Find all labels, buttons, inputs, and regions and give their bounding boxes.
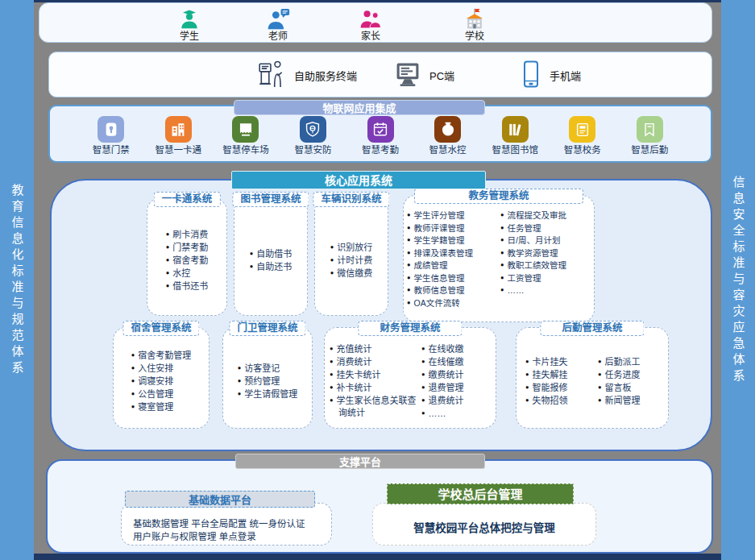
system-column: 宿舍考勤管理入住安排调寝安排公告管理寝室管理 xyxy=(131,349,192,413)
system-box-logistics: 后勤管理系统 卡片挂失挂失解挂智能报修失物招领后勤派工任务进度留言板新闻管理 xyxy=(516,327,669,429)
iot-panel: 物联网应用集成 智慧门禁智慧一卡通智慧停车场智慧安防智慧考勤智慧水控智慧图书馆智… xyxy=(48,105,712,163)
user-label: 家长 xyxy=(346,31,395,42)
system-box-dormitory: 宿舍管理系统 宿舍考勤管理入住安排调寝安排公告管理寝室管理 xyxy=(113,327,209,429)
list-item: 公告管理 xyxy=(131,388,192,400)
core-systems-panel: 核心应用系统 一卡通系统 刷卡消费门禁考勤宿舍考勤水控借书还书 图书管理系统 自… xyxy=(50,179,712,451)
parking-icon xyxy=(232,116,259,143)
list-item: 流程提交及审批 xyxy=(500,209,591,222)
list-item: 排课及课表管理 xyxy=(407,247,497,259)
system-box-library: 图书管理系统 自助借书自助还书 xyxy=(234,198,308,316)
support-platform-panel: 支撑平台 基础数据平台 基础数据管理 平台全局配置 统一身份认证 用户账户与权限… xyxy=(46,459,713,554)
system-column: 识别放行计时计费微信缴费 xyxy=(330,241,373,280)
iot-item: 智慧停车场 xyxy=(212,116,280,156)
terminal-item: PC端 xyxy=(394,52,454,98)
list-item: 宿舍考勤 xyxy=(166,254,209,267)
terminal-item: 自助服务终端 xyxy=(257,52,357,98)
school-admin-banner: 学校总后台管理 xyxy=(387,483,574,504)
school-icon xyxy=(450,6,499,31)
list-item: 补卡统计 xyxy=(330,381,418,394)
list-item: 教师信息管理 xyxy=(407,284,497,297)
system-item-list: 访客登记预约管理学生请假管理 xyxy=(238,362,298,400)
system-item-list: 在线收缴在线催缴缴费统计退费管理退费统计…… xyxy=(421,342,491,420)
iot-item: 智慧校务 xyxy=(549,116,616,156)
kiosk-icon xyxy=(257,57,286,94)
list-item: 借书还书 xyxy=(166,280,209,292)
terminal-label: PC端 xyxy=(429,68,454,83)
list-item: 教职工绩效管理 xyxy=(500,259,591,272)
list-item: 新闻管理 xyxy=(598,394,659,407)
system-column: 卡片挂失挂失解挂智能报修失物招领 xyxy=(525,355,587,407)
system-column: 自助借书自助还书 xyxy=(250,247,292,273)
system-title: 图书管理系统 xyxy=(232,192,309,207)
list-item: 失物招领 xyxy=(525,394,587,407)
list-item: 成绩管理 xyxy=(407,259,497,272)
users-panel: 学生老师家长学校 xyxy=(39,2,712,43)
system-box-academic: 教务管理系统 学生评分管理教师评课管理学生学籍管理排课及课表管理成绩管理学生信息… xyxy=(403,195,595,322)
bottom-divider xyxy=(34,554,721,560)
list-item: 访客登记 xyxy=(238,362,298,375)
terminal-label: 手机端 xyxy=(550,68,581,83)
system-column: 访客登记预约管理学生请假管理 xyxy=(238,362,298,400)
system-item-list: 学生评分管理教师评课管理学生学籍管理排课及课表管理成绩管理学生信息管理教师信息管… xyxy=(407,209,497,309)
base-platform-line: 基础数据管理 平台全局配置 统一身份认证 xyxy=(133,517,331,530)
top-divider xyxy=(34,0,721,2)
terminal-label: 自助服务终端 xyxy=(294,68,357,83)
smart-campus-architecture-diagram: 教育信息化标准与规范体系 信息安全标准与容灾应急体系 学生老师家长学校 自助服务… xyxy=(0,0,755,560)
system-title: 宿舍管理系统 xyxy=(122,321,199,336)
terminals-panel: 自助服务终端PC端手机端 xyxy=(48,52,712,97)
base-platform-line: 用户账户与权限管理 单点登录 xyxy=(133,530,331,543)
list-item: 教师评课管理 xyxy=(407,222,497,234)
system-column: 刷卡消费门禁考勤宿舍考勤水控借书还书 xyxy=(166,228,209,292)
school-admin-box: 智慧校园平台总体把控与管理 xyxy=(372,503,596,545)
system-item-list: 刷卡消费门禁考勤宿舍考勤水控借书还书 xyxy=(166,228,209,292)
left-sidebar-label: 教育信息化标准与规范体系 xyxy=(9,184,26,377)
base-data-platform-box: 基础数据管理 平台全局配置 统一身份认证 用户账户与权限管理 单点登录 xyxy=(121,503,332,545)
list-item: 缴费统计 xyxy=(421,368,491,381)
list-item: 留言板 xyxy=(598,381,659,394)
water-icon xyxy=(434,116,461,143)
list-item: 学生评分管理 xyxy=(407,209,497,222)
list-item: 工资管理 xyxy=(500,272,591,284)
system-box-onecard: 一卡通系统 刷卡消费门禁考勤宿舍考勤水控借书还书 xyxy=(147,198,227,316)
list-item: 自助借书 xyxy=(250,247,292,260)
logistics-icon xyxy=(637,116,663,143)
user-label: 学生 xyxy=(165,31,214,42)
iot-label: 智慧考勤 xyxy=(346,145,414,156)
right-sidebar-label: 信息安全标准与容灾应急体系 xyxy=(730,176,747,385)
list-item: 后勤派工 xyxy=(598,355,659,368)
base-data-platform-banner: 基础数据平台 xyxy=(125,491,315,508)
list-item: 智能报修 xyxy=(525,381,587,394)
support-banner: 支撑平台 xyxy=(235,454,485,469)
list-item: 入住安排 xyxy=(131,362,192,375)
user-item: 家长 xyxy=(346,6,395,42)
list-item: 门禁考勤 xyxy=(166,241,209,254)
system-title: 一卡通系统 xyxy=(154,192,221,207)
list-item: 刷卡消费 xyxy=(166,228,209,241)
iot-item: 智慧安防 xyxy=(280,116,347,156)
list-item: OA文件流转 xyxy=(407,297,497,309)
system-column: 学生评分管理教师评课管理学生学籍管理排课及课表管理成绩管理学生信息管理教师信息管… xyxy=(407,209,497,309)
affairs-icon xyxy=(569,116,595,143)
user-item: 学校 xyxy=(450,6,499,42)
system-title: 门卫管理系统 xyxy=(229,321,305,336)
iot-banner: 物联网应用集成 xyxy=(234,100,485,115)
onecard-icon xyxy=(165,116,192,143)
school-admin-line: 智慧校园平台总体把控与管理 xyxy=(413,514,555,535)
student-icon xyxy=(165,6,214,31)
security-icon xyxy=(300,116,326,143)
list-item: 识别放行 xyxy=(330,241,373,254)
left-sidebar: 教育信息化标准与规范体系 xyxy=(0,0,34,560)
list-item: …… xyxy=(500,284,591,297)
list-item: 宿舍考勤管理 xyxy=(131,349,192,362)
list-item: 微信缴费 xyxy=(330,267,373,280)
terminal-item: 手机端 xyxy=(521,52,581,98)
system-item-list: 后勤派工任务进度留言板新闻管理 xyxy=(598,355,659,407)
iot-item: 智慧门禁 xyxy=(77,116,145,156)
system-item-list: 卡片挂失挂失解挂智能报修失物招领 xyxy=(525,355,587,407)
list-item: 调寝安排 xyxy=(131,375,192,388)
list-item: 任务进度 xyxy=(598,368,659,381)
library-icon xyxy=(502,116,529,143)
list-item: 挂失卡统计 xyxy=(330,368,418,381)
pc-icon xyxy=(394,61,421,90)
list-item: 在线收缴 xyxy=(421,342,491,355)
